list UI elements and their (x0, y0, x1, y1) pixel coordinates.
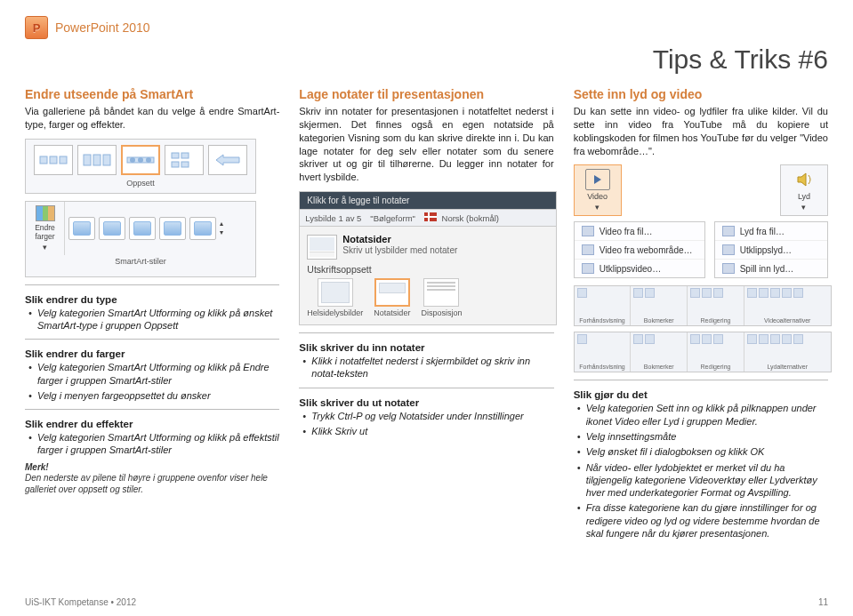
smartart-thumb[interactable] (165, 145, 204, 175)
style-thumb[interactable] (68, 217, 95, 240)
svg-rect-2 (60, 156, 67, 164)
bullet-item: Velg ønsket fil i dialogboksen og klikk … (577, 445, 828, 458)
menu-label: Lyd fra fil… (740, 227, 785, 236)
smartart-thumb[interactable] (34, 145, 73, 175)
page-header: P PowerPoint 2010 (25, 16, 828, 39)
style-thumb[interactable] (189, 217, 216, 240)
menu-label: Video fra fil… (600, 227, 653, 236)
scroll-up-icon[interactable]: ▴ (220, 220, 223, 228)
separator (299, 332, 553, 333)
file-icon (582, 226, 594, 236)
separator (25, 409, 279, 410)
chevron-down-icon: ▾ (801, 203, 806, 212)
audio-icon (792, 169, 817, 190)
clip-icon (722, 244, 735, 255)
svg-rect-1 (50, 156, 57, 164)
video-icon (585, 169, 610, 190)
audio-label: Lyd (798, 192, 810, 201)
bullet-item: Velg kategorien Sett inn og klikk på pil… (577, 402, 828, 428)
ribbon-group-label: Redigering (690, 364, 741, 370)
clip-icon (582, 263, 594, 274)
style-thumb[interactable] (159, 217, 186, 240)
style-thumb[interactable] (129, 217, 156, 240)
svg-rect-5 (103, 155, 110, 165)
style-thumb[interactable] (99, 217, 125, 240)
insert-audio-button[interactable]: Lyd ▾ (780, 164, 828, 216)
audio-ribbon-mock: Forhåndsvisning Bokmerker Redigering Lyd… (574, 332, 832, 372)
menu-item[interactable]: Lyd fra fil… (715, 222, 827, 241)
menu-item[interactable]: Video fra webområde… (575, 241, 704, 260)
menu-item[interactable]: Utklippsvideo… (575, 260, 704, 277)
app-title: PowerPoint 2010 (55, 20, 150, 35)
svg-rect-12 (181, 153, 189, 158)
svg-rect-11 (172, 162, 179, 167)
scroll-down-icon[interactable]: ▾ (220, 228, 223, 236)
write-notes-heading: Slik skriver du inn notater (299, 342, 553, 353)
video-dropdown: Video fra fil… Video fra webområde… Utkl… (574, 221, 705, 278)
ribbon-group-label: Bokmerker (633, 364, 684, 370)
slide-count: Lysbilde 1 av 5 (305, 213, 361, 223)
option-label: Helsidelysbilder (307, 308, 363, 317)
video-ribbon-mock: Forhåndsvisning Bokmerker Redigering Vid… (574, 285, 832, 326)
menu-label: Utklippsvideo… (600, 264, 661, 274)
smartart-heading: Endre utseende på SmartArt (25, 87, 279, 101)
styles-caption: SmartArt-stiler (26, 257, 255, 266)
ribbon-group-label: Forhåndsvisning (577, 364, 628, 370)
svg-marker-14 (216, 155, 239, 165)
page-footer: UiS-IKT Kompetanse • 2012 11 (25, 597, 828, 607)
menu-label: Video fra webområde… (600, 245, 693, 255)
svg-rect-10 (172, 153, 179, 158)
ribbon-group-label: Redigering (690, 317, 741, 324)
bullet-item: Fra disse kategoriene kan du gjøre innst… (577, 501, 828, 540)
menu-item[interactable]: Utklippslyd… (715, 241, 827, 260)
file-icon (722, 226, 735, 236)
print-layout-label: Utskriftsoppsett (307, 264, 549, 275)
ribbon-group-label: Bokmerker (633, 317, 684, 324)
smartart-thumb-selected[interactable] (121, 145, 160, 175)
change-effects-heading: Slik endrer du effekter (25, 419, 279, 429)
print-option-outline[interactable]: Disposisjon (421, 278, 462, 317)
option-label: Notatsider (374, 308, 410, 317)
menu-item[interactable]: Spill inn lyd… (715, 260, 827, 277)
language-indicator[interactable]: Norsk (bokmål) (424, 212, 499, 223)
print-option-notespages[interactable]: Notatsider (374, 278, 410, 317)
notes-heading: Lage notater til presentasjonen (299, 87, 553, 101)
smartart-intro: Via galleriene på båndet kan du velge å … (25, 105, 279, 132)
smartart-styles-mock: Endre farger ▾ ▴ ▾ SmartArt-stiler (25, 201, 256, 277)
column-smartart: Endre utseende på SmartArt Via gallerien… (25, 87, 279, 545)
separator (25, 339, 279, 340)
ribbon-group-label: Forhåndsvisning (577, 317, 628, 324)
status-bar: Lysbilde 1 av 5 "Bølgeform" Norsk (bokmå… (300, 209, 556, 227)
bullet-item: Velg i menyen fargeoppsettet du ønsker (28, 389, 279, 402)
video-label: Video (587, 192, 608, 201)
color-swatch-icon (36, 205, 55, 221)
menu-item[interactable]: Video fra fil… (575, 222, 704, 241)
column-notes: Lage notater til presentasjonen Skriv in… (299, 87, 553, 545)
chevron-down-icon: ▾ (595, 203, 600, 212)
menu-label: Utklippslyd… (740, 245, 792, 255)
gallery-caption: Oppsett (31, 179, 250, 188)
svg-point-7 (130, 157, 135, 163)
bullet-item: Klikk Skriv ut (302, 425, 553, 437)
bullet-item: Velg kategorien SmartArt Utforming og kl… (28, 307, 279, 332)
notes-placeholder-bar[interactable]: Klikk for å legge til notater (300, 192, 556, 209)
change-type-heading: Slik endrer du type (25, 294, 279, 305)
chevron-down-icon: ▾ (43, 243, 47, 252)
change-colors-heading: Slik endrer du farger (25, 348, 279, 359)
smartart-thumb[interactable] (77, 145, 117, 175)
print-option-fullslides[interactable]: Helsidelysbilder (307, 278, 363, 317)
smartart-thumb[interactable] (208, 145, 247, 175)
ribbon-group-label: Videoalternativer (747, 317, 828, 324)
web-icon (582, 244, 594, 255)
powerpoint-icon: P (25, 16, 48, 39)
smartart-gallery-mock: Oppsett (25, 139, 256, 194)
notes-pane-mock: Klikk for å legge til notater Lysbilde 1… (299, 191, 557, 325)
insert-video-button[interactable]: Video ▾ (574, 164, 622, 216)
audio-dropdown: Lyd fra fil… Utklippslyd… Spill inn lyd… (714, 221, 828, 278)
ribbon-group-label: Lydalternativer (747, 364, 828, 370)
option-label: Disposisjon (421, 308, 462, 317)
print-option-sub: Skriv ut lysbilder med notater (342, 245, 457, 255)
change-colors-button[interactable]: Endre farger ▾ (26, 202, 65, 255)
page-title: Tips & Triks #6 (25, 44, 828, 75)
record-icon (722, 263, 735, 274)
